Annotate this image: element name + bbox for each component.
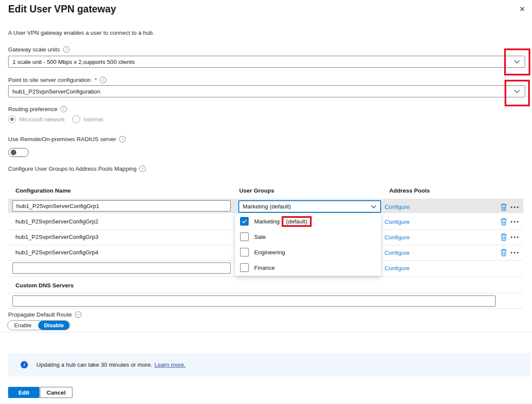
toggle-knob xyxy=(11,150,16,155)
configure-link-row4[interactable]: Configure xyxy=(385,250,410,256)
gateway-scale-units-label-text: Gateway scale units xyxy=(8,46,60,53)
config-name-input-row1[interactable] xyxy=(12,200,231,211)
info-icon[interactable]: i xyxy=(119,136,126,142)
dropdown-item-finance-label: Finance xyxy=(254,265,275,271)
radio-icon[interactable] xyxy=(72,115,80,123)
propagate-default-route-label: Propagate Default Route i xyxy=(8,311,81,318)
config-name-row2: hub1_P2SvpnServerConfigGrp2 xyxy=(15,218,99,225)
routing-preference-label: Routing preference i xyxy=(8,106,67,112)
gateway-scale-units-label: Gateway scale units i xyxy=(8,46,69,53)
radio-microsoft-network[interactable]: Microsoft network xyxy=(8,115,65,123)
configure-link-row5[interactable]: Configure xyxy=(385,265,410,271)
section-divider xyxy=(0,332,532,332)
section-separator xyxy=(8,293,523,293)
user-groups-dropdown-row1[interactable]: Marketing (default) xyxy=(238,200,381,213)
section-separator xyxy=(8,308,523,309)
close-icon[interactable]: ✕ xyxy=(519,5,525,14)
info-banner-icon: i xyxy=(21,361,28,368)
config-name-row3: hub1_P2SvpnServerConfigGrp3 xyxy=(15,234,99,240)
more-options-icon-row1[interactable]: ••• xyxy=(511,204,520,210)
checkbox-icon[interactable] xyxy=(240,263,249,272)
checkbox-checked-icon[interactable] xyxy=(240,217,249,226)
info-icon[interactable]: i xyxy=(63,46,69,53)
p2s-config-select[interactable]: hub1_P2SvpnServerConfiguration xyxy=(8,85,525,97)
trash-icon-row1[interactable] xyxy=(500,203,507,211)
checkbox-icon[interactable] xyxy=(240,248,249,256)
dropdown-item-engineering[interactable]: Engineering xyxy=(235,244,381,260)
column-header-user-groups: User Groups xyxy=(239,187,274,194)
info-icon[interactable]: i xyxy=(75,311,81,318)
gateway-scale-units-select[interactable]: 1 scale unit - 500 Mbps x 2,supports 500… xyxy=(8,56,525,68)
radius-label: Use Remote/On-premises RADIUS server i xyxy=(8,136,126,142)
dialog-description: A User VPN gateway enables a user to con… xyxy=(8,30,154,36)
more-options-icon-row2[interactable]: ••• xyxy=(511,219,520,225)
propagate-route-pill-group: Enable Disable xyxy=(7,320,70,330)
enable-option[interactable]: Enable xyxy=(8,321,38,330)
radio-internet-label: Internet xyxy=(84,116,103,123)
routing-preference-group: Microsoft network Internet xyxy=(8,115,103,123)
chevron-down-icon[interactable] xyxy=(514,90,520,93)
info-icon[interactable]: i xyxy=(100,77,106,83)
dropdown-item-sale-label: Sale xyxy=(254,234,266,240)
radio-internet[interactable]: Internet xyxy=(72,115,103,123)
config-name-row4: hub1_P2SvpnServerConfigGrp4 xyxy=(15,249,99,256)
p2s-config-label: Point to site server configuration * i xyxy=(8,77,106,83)
dropdown-item-marketing[interactable]: Marketing(default) xyxy=(235,214,381,229)
gateway-scale-units-value: 1 scale unit - 500 Mbps x 2,supports 500… xyxy=(12,59,135,65)
custom-dns-servers-header: Custom DNS Servers xyxy=(15,282,74,289)
dropdown-item-marketing-main: Marketing xyxy=(254,218,280,225)
learn-more-link[interactable]: Learn more. xyxy=(154,362,186,368)
dropdown-item-finance[interactable]: Finance xyxy=(235,260,381,275)
propagate-default-route-label-text: Propagate Default Route xyxy=(8,311,72,318)
user-groups-dropdown-value: Marketing (default) xyxy=(243,203,291,210)
trash-icon-row2[interactable] xyxy=(500,217,507,226)
required-asterisk: * xyxy=(95,77,97,83)
radio-icon-selected[interactable] xyxy=(8,115,16,123)
info-banner: i Updating a hub can take 30 minutes or … xyxy=(8,353,530,377)
mapping-section-label: Configure User Groups to Address Pools M… xyxy=(8,166,146,172)
column-header-address-pools: Address Pools xyxy=(389,187,430,194)
edit-button[interactable]: Edit xyxy=(8,387,39,398)
info-icon[interactable]: i xyxy=(139,166,146,172)
checkbox-icon[interactable] xyxy=(240,232,249,241)
configure-link-row2[interactable]: Configure xyxy=(385,219,410,225)
chevron-down-icon[interactable] xyxy=(514,60,520,64)
dropdown-item-engineering-label: Engineering xyxy=(254,249,285,256)
radio-microsoft-network-label: Microsoft network xyxy=(19,116,65,123)
dropdown-item-label: Marketing(default) xyxy=(254,216,312,227)
config-name-input-row5[interactable] xyxy=(12,262,231,274)
info-banner-text: Updating a hub can take 30 minutes or mo… xyxy=(36,362,152,368)
cancel-button[interactable]: Cancel xyxy=(40,387,72,398)
row-separator xyxy=(8,277,523,277)
chevron-down-icon[interactable] xyxy=(371,205,376,208)
more-options-icon-row3[interactable]: ••• xyxy=(511,234,520,240)
trash-icon-row3[interactable] xyxy=(500,233,507,241)
trash-icon-row4[interactable] xyxy=(500,248,507,256)
custom-dns-input[interactable] xyxy=(12,295,496,307)
routing-preference-label-text: Routing preference xyxy=(8,106,57,112)
user-groups-dropdown-panel: Marketing(default) Sale Engineering Fina… xyxy=(235,213,381,276)
p2s-config-value: hub1_P2SvpnServerConfiguration xyxy=(12,88,100,95)
p2s-config-label-text: Point to site server configuration xyxy=(8,77,91,83)
more-options-icon-row4[interactable]: ••• xyxy=(511,250,520,256)
configure-link-row1[interactable]: Configure xyxy=(385,204,410,210)
configure-link-row3[interactable]: Configure xyxy=(385,234,410,241)
dropdown-item-sale[interactable]: Sale xyxy=(235,229,381,244)
radius-label-text: Use Remote/On-premises RADIUS server xyxy=(8,136,116,142)
mapping-section-label-text: Configure User Groups to Address Pools M… xyxy=(8,166,136,172)
annotation-box-default-suffix: (default) xyxy=(282,216,312,227)
column-header-configuration-name: Configuration Name xyxy=(15,187,71,194)
edit-user-vpn-gateway-dialog: Edit User VPN gateway ✕ A User VPN gatew… xyxy=(0,0,532,404)
info-icon[interactable]: i xyxy=(60,106,67,112)
radius-toggle[interactable] xyxy=(8,148,29,157)
page-title: Edit User VPN gateway xyxy=(8,3,116,15)
disable-option-selected[interactable]: Disable xyxy=(38,321,69,330)
